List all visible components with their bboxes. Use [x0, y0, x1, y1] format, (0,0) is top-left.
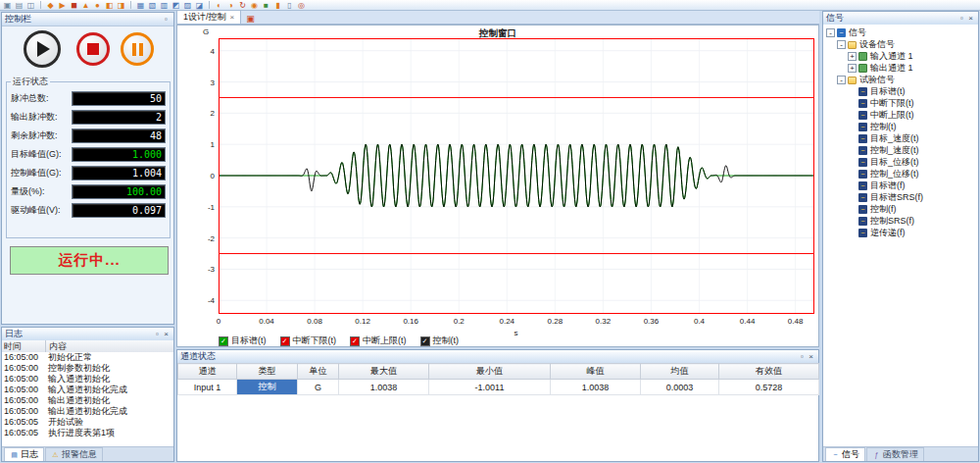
field-label: 剩余脉冲数:: [11, 129, 72, 142]
tree-item[interactable]: ~中断上限(t): [823, 109, 978, 121]
log-row[interactable]: 16:05:00输入通道初始化完成: [2, 385, 173, 395]
toolbar-icon-10[interactable]: ◨: [117, 1, 125, 10]
tree-item[interactable]: ~目标_速度(t): [823, 132, 978, 144]
start-button[interactable]: [24, 30, 61, 68]
toolbar-icon-11[interactable]: ▦: [136, 1, 145, 10]
toolbar-icon-20[interactable]: ◉: [250, 1, 259, 10]
log-row[interactable]: 16:05:00初始化正常: [2, 352, 173, 363]
cell: G: [298, 380, 339, 395]
log-column-time: 时间: [2, 340, 46, 352]
close-icon[interactable]: ×: [162, 330, 171, 338]
toolbar-icon-7[interactable]: ▲: [81, 1, 90, 10]
ytick-label: 0: [211, 172, 216, 180]
toolbar-icon-4[interactable]: ◆: [46, 1, 55, 10]
legend-item[interactable]: ✓中断上限(t): [350, 334, 407, 347]
log-row[interactable]: 16:05:00输入通道初始化: [2, 374, 173, 385]
tree-item[interactable]: ~控制_速度(t): [823, 144, 978, 156]
toolbar-icon-22[interactable]: ▮: [273, 1, 282, 10]
log-panel-titlebar: 日志 ▫ ×: [2, 328, 173, 341]
toolbar-icon-9[interactable]: ◧: [105, 1, 114, 10]
legend-item[interactable]: ✓控制(t): [420, 334, 460, 347]
signal-tabstrip: ~ 信号 ƒ 函数管理: [823, 446, 978, 461]
toolbar-icon-13[interactable]: ▥: [160, 1, 169, 10]
workspace-tabbar: 1设计/控制 × ▣: [176, 11, 819, 25]
channel-status-panel: 通道状态 ▫ × 通道类型单位最大值最小值峰值均值有效值Input 1控制G1.…: [176, 349, 819, 462]
tree-item[interactable]: -试验信号: [823, 74, 978, 85]
toolbar-icon-24[interactable]: ◎: [297, 1, 306, 10]
log-icon: ▤: [10, 450, 19, 459]
toolbar-icon-8[interactable]: ●: [93, 1, 102, 10]
toolbar-icon-2[interactable]: ▤: [15, 1, 24, 10]
tree-item[interactable]: ~控制(t): [823, 121, 978, 132]
status-field: 脉冲总数:50: [11, 89, 166, 108]
tab-close-icon[interactable]: ×: [230, 13, 235, 22]
toolbar-icon-18[interactable]: ◑: [226, 1, 235, 10]
stop-button[interactable]: [76, 32, 110, 66]
legend-label: 中断下限(t): [293, 334, 337, 347]
pin-icon[interactable]: ▫: [153, 330, 162, 338]
tree-item[interactable]: ~目标谱(f): [823, 180, 978, 191]
tree-expander-icon[interactable]: -: [826, 28, 835, 37]
tab-log[interactable]: ▤ 日志: [4, 447, 44, 461]
toolbar-icon-15[interactable]: ▨: [183, 1, 192, 10]
toolbar-icon-16[interactable]: ◪: [195, 1, 204, 10]
window-capture-icon[interactable]: ▣: [246, 14, 255, 24]
pin-icon[interactable]: ▫: [957, 14, 966, 23]
tree-item[interactable]: +输入通道 1: [823, 50, 978, 62]
close-icon[interactable]: ×: [966, 14, 975, 23]
pin-icon[interactable]: ▫: [162, 15, 171, 24]
legend-checkbox-icon: ✓: [350, 336, 360, 346]
tree-expander-icon[interactable]: +: [848, 64, 857, 73]
tab-function-manager[interactable]: ƒ 函数管理: [866, 447, 924, 461]
pause-button[interactable]: [121, 32, 154, 66]
tab-design-control[interactable]: 1设计/控制 ×: [176, 10, 241, 24]
tree-item[interactable]: ~控制_位移(t): [823, 168, 978, 180]
wave-icon: ~: [858, 123, 867, 131]
toolbar-icon-3[interactable]: ◫: [26, 1, 35, 10]
tree-item[interactable]: -设备信号: [823, 38, 978, 50]
table-row[interactable]: Input 1控制G1.0038-1.00111.00380.00030.572…: [178, 380, 819, 395]
log-row[interactable]: 16:05:00输出通道初始化: [2, 395, 173, 406]
log-row[interactable]: 16:05:00控制参数初始化: [2, 363, 173, 374]
toolbar-icon-21[interactable]: ■: [262, 1, 270, 10]
tree-item[interactable]: -~信号: [823, 26, 978, 38]
log-row[interactable]: 16:05:00输出通道初始化完成: [2, 406, 173, 417]
tree-item[interactable]: ~目标_位移(t): [823, 156, 978, 168]
tree-item[interactable]: +输出通道 1: [823, 62, 978, 74]
tree-item[interactable]: ~目标谱SRS(f): [823, 191, 978, 203]
tree-item[interactable]: ~中断下限(t): [823, 97, 978, 109]
tree-expander-icon[interactable]: -: [837, 76, 846, 84]
tree-item[interactable]: ~逆传递(f): [823, 227, 978, 238]
legend-item[interactable]: ✓目标谱(t): [219, 334, 267, 347]
toolbar-icon-1[interactable]: ▣: [3, 1, 12, 10]
tree-expander-icon[interactable]: +: [848, 52, 857, 61]
tab-alarm[interactable]: ⚠ 报警信息: [45, 447, 103, 461]
log-row[interactable]: 16:05:05执行进度表第1项: [2, 428, 173, 438]
toolbar-icon-17[interactable]: ◐: [215, 1, 223, 10]
tree-item[interactable]: ~目标谱(t): [823, 85, 978, 97]
toolbar-icon-14[interactable]: ◩: [172, 1, 180, 10]
legend-item[interactable]: ✓中断下限(t): [280, 334, 337, 347]
control-panel-titlebar: 控制栏 ▫: [2, 13, 173, 26]
signal-tree: -~信号-设备信号+输入通道 1+输出通道 1-试验信号~目标谱(t)~中断下限…: [823, 25, 978, 447]
toolbar-separator: [40, 1, 41, 9]
toolbar-icon-6[interactable]: ◼: [70, 1, 78, 10]
tree-expander-icon[interactable]: -: [837, 40, 846, 49]
tab-signal[interactable]: ~ 信号: [825, 447, 865, 461]
field-value: 100.00: [72, 184, 166, 199]
toolbar-icon-12[interactable]: ▧: [148, 1, 157, 10]
tree-item[interactable]: ~控制SRS(f): [823, 215, 978, 227]
toolbar-icon-19[interactable]: ↻: [238, 1, 247, 10]
log-row[interactable]: 16:05:05开始试验: [2, 417, 173, 428]
status-fields: 脉冲总数:50输出脉冲数:2剩余脉冲数:48目标峰值(G):1.000控制峰值(…: [11, 89, 166, 220]
column-header: 通道: [178, 364, 237, 380]
close-icon[interactable]: ×: [807, 352, 815, 361]
cell: 1.0038: [551, 380, 641, 395]
field-label: 驱动峰值(V):: [11, 204, 72, 217]
pin-icon[interactable]: ▫: [798, 352, 807, 361]
tree-item[interactable]: ~控制(f): [823, 203, 978, 215]
wave-icon: ~: [858, 134, 867, 143]
toolbar-icon-23[interactable]: ▯: [285, 1, 294, 10]
column-header: 类型: [237, 364, 298, 380]
toolbar-icon-5[interactable]: ▶: [58, 1, 67, 10]
